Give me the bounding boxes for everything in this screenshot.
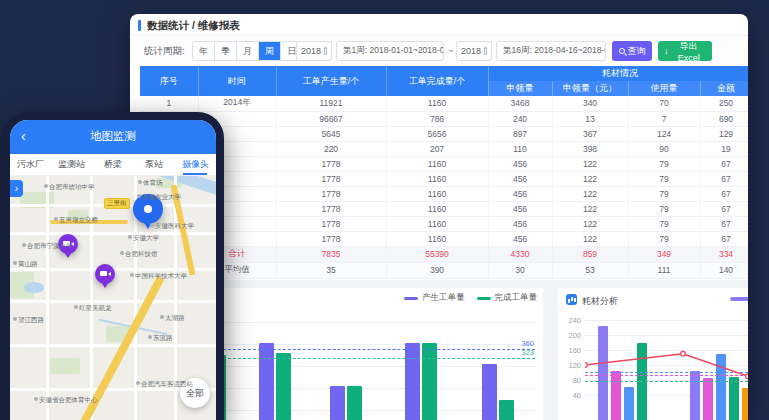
camera-pin[interactable] <box>95 264 115 284</box>
map-view[interactable]: 三里街 › 全部 合肥市琥珀中学体育场安徽农业大学五里墩立交桥安徽医科大学合肥市… <box>10 176 216 420</box>
table-cell: 1160 <box>386 156 488 171</box>
table-cell: 79 <box>628 216 700 231</box>
table-cell: 11921 <box>276 96 386 111</box>
table-row: 296667786240137690 <box>140 111 748 126</box>
year-start-value: 2018 <box>301 46 321 56</box>
canvas: 数据统计 / 维修报表 统计周期: 年季月周日 2018 第1周: 2018-0… <box>0 0 769 420</box>
table-cell: 1160 <box>386 171 488 186</box>
table-cell: 5656 <box>386 126 488 141</box>
y-tick-label: 160 <box>561 346 581 355</box>
table-cell: 859 <box>552 246 628 262</box>
map-park <box>50 358 80 374</box>
table-cell: 7 <box>628 111 700 126</box>
legend-item[interactable]: 产生工单量 <box>404 292 465 304</box>
table-cell: 90 <box>628 141 700 156</box>
map-poi-label: 望江西路 <box>13 316 44 325</box>
y-tick-label: 40 <box>561 391 581 400</box>
legend-label: 完成工单量 <box>495 292 538 304</box>
year-end-value: 2018 <box>461 46 481 56</box>
table-cell: 690 <box>700 111 748 126</box>
map-poi-label: 合肥科技馆 <box>120 250 158 259</box>
table-cell: 1160 <box>386 186 488 201</box>
table-cell: 55390 <box>386 246 488 262</box>
table-cell: 349 <box>628 246 700 262</box>
sub-header-4: 金额 <box>700 81 748 96</box>
phone-tab-泵站[interactable]: 泵站 <box>134 154 175 175</box>
table-cell: 7835 <box>276 246 386 262</box>
workorder-chart-card: 产生工单量完成工单量 360323 <box>210 288 543 420</box>
consumables-chart-card: 耗材分析 2402001601208040 <box>558 288 748 420</box>
phone-tab-污水厂[interactable]: 污水厂 <box>10 154 51 175</box>
export-excel-button[interactable]: ↓ 导出Excel <box>658 41 712 61</box>
map-poi-label: 安徽农业大学 <box>137 193 181 202</box>
y-tick-label: 200 <box>561 331 581 340</box>
table-cell: 897 <box>488 126 552 141</box>
table-cell: 207 <box>386 141 488 156</box>
search-icon <box>619 48 625 54</box>
table-row: 9177811604561227967 <box>140 216 748 231</box>
query-label: 查询 <box>628 45 646 58</box>
camera-pin-tail <box>64 252 72 258</box>
table-cell: 122 <box>552 201 628 216</box>
map-poi-label: 合肥汽车客运西站 <box>136 380 193 389</box>
y-tick-label: 240 <box>561 316 581 325</box>
year-select-start[interactable]: 2018 <box>296 41 332 61</box>
query-button[interactable]: 查询 <box>612 41 652 61</box>
bar <box>482 364 497 420</box>
map-road <box>10 344 216 347</box>
map-expander-button[interactable]: › <box>10 180 23 197</box>
map-road <box>46 176 49 420</box>
table-cell: 367 <box>552 126 628 141</box>
col-header-done: 工单完成量/个 <box>386 66 488 96</box>
table-cell: 1160 <box>386 201 488 216</box>
year-select-end[interactable]: 2018 <box>456 41 492 61</box>
period-button-年[interactable]: 年 <box>193 42 215 60</box>
map-lake <box>24 282 44 293</box>
breadcrumb-row: 数据统计 / 维修报表 <box>130 14 748 36</box>
trend-line <box>585 314 748 420</box>
y-tick-label: 80 <box>561 376 581 385</box>
table-total-row: 合计7835553904330859349334 <box>140 246 748 262</box>
table-cell: 220 <box>276 141 386 156</box>
table-row: 8177811604561227967 <box>140 201 748 216</box>
table-cell: 67 <box>700 216 748 231</box>
camera-pin-tail <box>101 282 109 288</box>
phone-page-title: 地图监测 <box>10 129 216 144</box>
bar <box>276 353 291 420</box>
col-header-no: 序号 <box>140 66 198 96</box>
week-range-start[interactable]: 第1周: 2018-01-01~2018-01-07 <box>336 41 444 61</box>
export-label: 导出Excel <box>672 40 707 63</box>
period-button-月[interactable]: 月 <box>237 42 259 60</box>
reference-label: 360 <box>521 339 534 348</box>
legend-marker <box>477 297 491 300</box>
phone-tab-监测站[interactable]: 监测站 <box>51 154 92 175</box>
table-cell: 456 <box>488 201 552 216</box>
table-cell: 79 <box>628 231 700 246</box>
period-button-季[interactable]: 季 <box>215 42 237 60</box>
phone-tab-摄像头[interactable]: 摄像头 <box>175 154 216 175</box>
calendar-icon <box>324 47 327 55</box>
table-cell: 67 <box>700 186 748 201</box>
table-cell: 398 <box>552 141 628 156</box>
phone-mockup: ‹ 地图监测 污水厂监测站桥梁泵站摄像头 <box>2 112 224 420</box>
phone-tab-桥梁[interactable]: 桥梁 <box>92 154 133 175</box>
table-row: 356455656897367124129 <box>140 126 748 141</box>
phone-header: ‹ 地图监测 <box>10 120 216 154</box>
table-cell: 67 <box>700 201 748 216</box>
table-cell: 456 <box>488 186 552 201</box>
reference-label: 323 <box>521 348 534 357</box>
table-cell: 240 <box>488 111 552 126</box>
calendar-icon <box>484 47 487 55</box>
week-range-end[interactable]: 第16周: 2018-04-16~2018-04-22 <box>496 41 606 61</box>
legend-item[interactable]: 完成工单量 <box>477 292 538 304</box>
reference-line <box>218 358 535 359</box>
table-cell: 1778 <box>276 231 386 246</box>
col-header-created: 工单产生量/个 <box>276 66 386 96</box>
sub-header-3: 使用量 <box>628 81 700 96</box>
legend-label: 产生工单量 <box>422 292 465 304</box>
bar <box>330 386 345 420</box>
period-button-周[interactable]: 周 <box>259 42 281 60</box>
table-cell: 79 <box>628 186 700 201</box>
col-header-time: 时间 <box>198 66 276 96</box>
chart-icon <box>566 294 577 305</box>
